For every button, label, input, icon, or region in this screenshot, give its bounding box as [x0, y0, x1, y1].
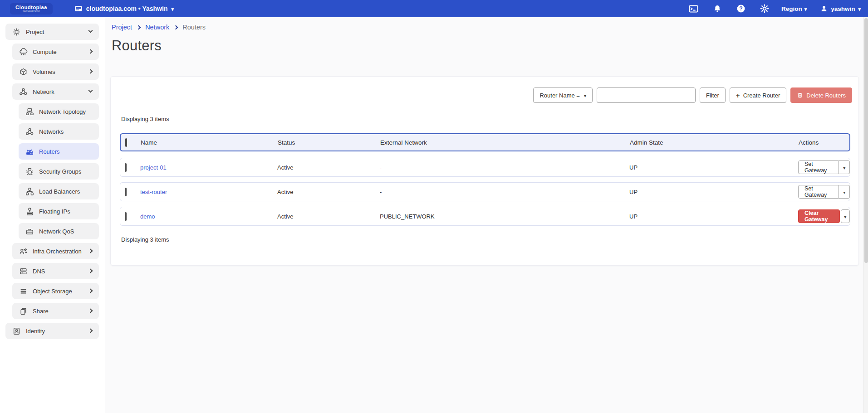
admin-state-cell: UP [629, 164, 798, 171]
sidebar-item-network-qos[interactable]: Network QoS [19, 223, 99, 239]
region-label: Region [781, 5, 802, 12]
admin-state-cell: UP [629, 213, 798, 220]
sidebar-item-floating-ips[interactable]: Floating IPs [19, 203, 99, 219]
router-name-link[interactable]: project-01 [140, 164, 167, 171]
action-menu-toggle[interactable] [841, 209, 850, 223]
column-header-external-network[interactable]: External Network [380, 139, 630, 146]
table-footer-divider [111, 231, 858, 231]
table-header-row: Name Status External Network Admin State… [120, 133, 850, 151]
terminal-console-icon[interactable] [689, 4, 699, 14]
network-qos-icon [25, 227, 34, 236]
sidebar-item-infra-orchestration[interactable]: Infra Orchestration [12, 243, 99, 259]
sidebar-item-label: Identity [26, 328, 45, 335]
item-count-bottom: Displaying 3 items [121, 236, 169, 243]
caret-down-icon [844, 213, 846, 220]
sidebar-item-networks[interactable]: Networks [19, 123, 99, 140]
sidebar-item-label: Project [26, 29, 44, 35]
user-menu[interactable]: yashwin [820, 5, 861, 12]
user-name-label: yashwin [831, 5, 855, 12]
sidebar-item-label: Floating IPs [39, 208, 70, 215]
sidebar-item-load-balancers[interactable]: Load Balancers [19, 183, 99, 199]
sidebar-item-network-topology[interactable]: Network Topology [19, 103, 99, 120]
user-avatar-icon [820, 5, 828, 12]
sidebar-item-volumes[interactable]: Volumes [12, 63, 99, 80]
plus-icon: + [736, 92, 740, 99]
caret-down-icon [804, 5, 807, 12]
row-checkbox[interactable] [125, 212, 127, 221]
create-router-label: Create Router [743, 92, 780, 99]
item-count-top: Displaying 3 items [121, 116, 169, 122]
project-context-switcher[interactable]: cloudtopiaa.com • Yashwin [74, 5, 174, 13]
column-header-status[interactable]: Status [278, 139, 380, 146]
sidebar-item-project[interactable]: Project [5, 24, 99, 40]
brand-logo[interactable]: Cloudtopiaa Your Cloud Partner [10, 3, 53, 15]
sidebar-item-label: Object Storage [33, 288, 72, 295]
status-cell: Active [277, 164, 380, 171]
settings-gear-icon[interactable] [760, 4, 770, 14]
chevron-right-icon [137, 25, 141, 30]
chevron-right-icon [88, 309, 93, 313]
sidebar-item-label: Network QoS [39, 228, 74, 235]
chevron-right-icon [88, 49, 93, 54]
breadcrumb: Project Network Routers [112, 24, 206, 31]
row-action-split-button: Set Gateway [798, 185, 850, 199]
select-all-checkbox[interactable] [125, 138, 127, 147]
scrollbar-thumb[interactable] [864, 18, 868, 263]
floating-ip-icon [25, 207, 34, 216]
orchestration-icon [19, 247, 28, 256]
set-gateway-button[interactable]: Set Gateway [798, 160, 839, 174]
chevron-right-icon [88, 69, 93, 74]
load-balancer-icon [25, 187, 34, 196]
router-name-link[interactable]: demo [140, 213, 155, 220]
set-gateway-button[interactable]: Set Gateway [798, 185, 839, 199]
column-header-admin-state[interactable]: Admin State [630, 139, 799, 146]
breadcrumb-current: Routers [182, 24, 206, 31]
help-icon[interactable]: ? [736, 4, 746, 14]
breadcrumb-network-link[interactable]: Network [145, 24, 169, 31]
routers-panel: Router Name = Filter + Create Router Del… [110, 76, 859, 266]
region-selector[interactable]: Region [781, 5, 807, 12]
create-router-button[interactable]: + Create Router [730, 87, 786, 103]
row-checkbox[interactable] [125, 188, 127, 196]
chevron-right-icon [88, 289, 93, 293]
caret-down-icon [858, 5, 861, 12]
sidebar-item-compute[interactable]: Compute [12, 44, 99, 60]
page-scrollbar[interactable] [863, 17, 868, 413]
filter-field-dropdown[interactable]: Router Name = [533, 87, 593, 103]
action-menu-toggle[interactable] [839, 160, 850, 174]
column-header-actions: Actions [799, 139, 849, 146]
sidebar-item-routers[interactable]: Routers [19, 143, 99, 160]
filter-field-label: Router Name = [539, 92, 580, 99]
caret-down-icon [843, 164, 845, 171]
main-content: Project Network Routers Routers Router N… [105, 17, 863, 413]
status-cell: Active [277, 189, 380, 195]
sidebar-item-security-groups[interactable]: Security Groups [19, 163, 99, 180]
top-navigation-bar: Cloudtopiaa Your Cloud Partner cloudtopi… [0, 0, 868, 17]
sidebar-item-identity[interactable]: Identity [5, 323, 99, 339]
filter-button[interactable]: Filter [700, 87, 726, 103]
caret-down-icon [584, 92, 586, 99]
trash-icon [797, 92, 803, 98]
column-header-name[interactable]: Name [141, 139, 278, 146]
sidebar-item-object-storage[interactable]: Object Storage [12, 283, 99, 299]
chevron-right-icon [88, 249, 93, 253]
sidebar-item-share[interactable]: Share [12, 303, 99, 319]
filter-input[interactable] [597, 87, 696, 103]
row-checkbox[interactable] [125, 163, 127, 172]
clear-gateway-button[interactable]: Clear Gateway [798, 209, 840, 223]
sidebar-item-network[interactable]: Network [12, 83, 99, 100]
delete-routers-button[interactable]: Delete Routers [790, 87, 852, 103]
network-nodes-icon [19, 87, 28, 96]
sidebar-item-label: Network Topology [39, 108, 86, 115]
chevron-down-icon [88, 29, 93, 33]
action-menu-toggle[interactable] [839, 185, 850, 199]
breadcrumb-project-link[interactable]: Project [112, 24, 132, 31]
router-icon [25, 147, 34, 156]
sidebar-navigation: Project Compute Volumes Network Network … [0, 17, 105, 413]
caret-down-icon [171, 5, 174, 12]
page-title: Routers [112, 38, 162, 54]
sidebar-item-dns[interactable]: DNS [12, 263, 99, 279]
router-name-link[interactable]: test-router [140, 189, 167, 195]
notifications-bell-icon[interactable] [712, 4, 722, 14]
status-cell: Active [277, 213, 380, 220]
